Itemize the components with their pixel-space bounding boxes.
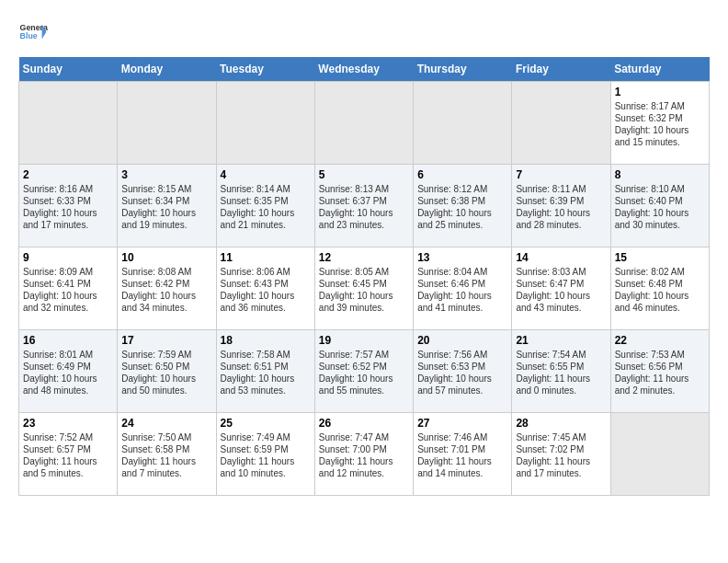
day-cell: 11Sunrise: 8:06 AM Sunset: 6:43 PM Dayli…	[216, 247, 314, 330]
day-info: Sunrise: 8:09 AM Sunset: 6:41 PM Dayligh…	[23, 266, 113, 314]
header: General Blue	[18, 18, 710, 48]
day-info: Sunrise: 8:02 AM Sunset: 6:48 PM Dayligh…	[615, 266, 705, 314]
day-cell: 21Sunrise: 7:54 AM Sunset: 6:55 PM Dayli…	[512, 330, 610, 413]
day-info: Sunrise: 7:52 AM Sunset: 6:57 PM Dayligh…	[23, 431, 113, 479]
day-info: Sunrise: 8:16 AM Sunset: 6:33 PM Dayligh…	[23, 183, 113, 231]
week-row-2: 9Sunrise: 8:09 AM Sunset: 6:41 PM Daylig…	[19, 247, 710, 330]
day-number: 26	[319, 417, 409, 430]
day-cell: 7Sunrise: 8:11 AM Sunset: 6:39 PM Daylig…	[512, 165, 610, 247]
day-cell: 6Sunrise: 8:12 AM Sunset: 6:38 PM Daylig…	[414, 165, 512, 247]
day-info: Sunrise: 8:11 AM Sunset: 6:39 PM Dayligh…	[516, 183, 606, 231]
day-cell	[19, 82, 118, 165]
header-day-sunday: Sunday	[19, 57, 118, 82]
day-number: 10	[121, 251, 211, 264]
calendar-header: SundayMondayTuesdayWednesdayThursdayFrid…	[19, 57, 710, 82]
day-info: Sunrise: 7:58 AM Sunset: 6:51 PM Dayligh…	[221, 349, 311, 396]
day-info: Sunrise: 7:56 AM Sunset: 6:53 PM Dayligh…	[417, 349, 507, 396]
day-number: 5	[319, 168, 409, 181]
day-info: Sunrise: 7:49 AM Sunset: 6:59 PM Dayligh…	[221, 431, 311, 479]
header-day-thursday: Thursday	[414, 57, 512, 82]
day-info: Sunrise: 8:05 AM Sunset: 6:45 PM Dayligh…	[319, 266, 409, 314]
day-cell: 14Sunrise: 8:03 AM Sunset: 6:47 PM Dayli…	[512, 247, 610, 330]
day-number: 25	[221, 417, 311, 430]
day-number: 22	[615, 334, 705, 347]
day-cell: 1Sunrise: 8:17 AM Sunset: 6:32 PM Daylig…	[610, 82, 709, 165]
day-info: Sunrise: 8:13 AM Sunset: 6:37 PM Dayligh…	[319, 183, 409, 231]
day-cell: 15Sunrise: 8:02 AM Sunset: 6:48 PM Dayli…	[610, 247, 709, 330]
day-cell: 9Sunrise: 8:09 AM Sunset: 6:41 PM Daylig…	[19, 247, 118, 330]
day-info: Sunrise: 7:54 AM Sunset: 6:55 PM Dayligh…	[516, 349, 606, 396]
day-info: Sunrise: 7:59 AM Sunset: 6:50 PM Dayligh…	[121, 349, 211, 396]
day-cell: 12Sunrise: 8:05 AM Sunset: 6:45 PM Dayli…	[314, 247, 413, 330]
day-cell: 23Sunrise: 7:52 AM Sunset: 6:57 PM Dayli…	[19, 413, 118, 496]
day-number: 15	[615, 251, 705, 264]
header-day-wednesday: Wednesday	[314, 57, 413, 82]
day-info: Sunrise: 7:47 AM Sunset: 7:00 PM Dayligh…	[319, 431, 409, 479]
calendar-body: 1Sunrise: 8:17 AM Sunset: 6:32 PM Daylig…	[19, 82, 710, 496]
day-number: 8	[615, 168, 705, 181]
day-info: Sunrise: 8:15 AM Sunset: 6:34 PM Dayligh…	[121, 183, 211, 231]
week-row-1: 2Sunrise: 8:16 AM Sunset: 6:33 PM Daylig…	[19, 165, 710, 247]
day-cell	[610, 413, 709, 496]
day-number: 12	[319, 251, 409, 264]
day-cell: 10Sunrise: 8:08 AM Sunset: 6:42 PM Dayli…	[118, 247, 216, 330]
day-number: 27	[417, 417, 507, 430]
logo-icon: General Blue	[18, 18, 48, 48]
day-number: 23	[23, 417, 113, 430]
day-number: 7	[516, 168, 606, 181]
day-cell	[216, 82, 314, 165]
day-cell: 28Sunrise: 7:45 AM Sunset: 7:02 PM Dayli…	[512, 413, 610, 496]
day-info: Sunrise: 8:04 AM Sunset: 6:46 PM Dayligh…	[417, 266, 507, 314]
day-number: 2	[23, 168, 113, 181]
day-cell: 27Sunrise: 7:46 AM Sunset: 7:01 PM Dayli…	[414, 413, 512, 496]
calendar-table: SundayMondayTuesdayWednesdayThursdayFrid…	[18, 57, 710, 496]
week-row-3: 16Sunrise: 8:01 AM Sunset: 6:49 PM Dayli…	[19, 330, 710, 413]
day-cell: 18Sunrise: 7:58 AM Sunset: 6:51 PM Dayli…	[216, 330, 314, 413]
day-info: Sunrise: 7:46 AM Sunset: 7:01 PM Dayligh…	[417, 431, 507, 479]
day-cell: 26Sunrise: 7:47 AM Sunset: 7:00 PM Dayli…	[314, 413, 413, 496]
day-cell	[118, 82, 216, 165]
header-day-tuesday: Tuesday	[216, 57, 314, 82]
day-cell: 8Sunrise: 8:10 AM Sunset: 6:40 PM Daylig…	[610, 165, 709, 247]
day-number: 4	[221, 168, 311, 181]
day-number: 14	[516, 251, 606, 264]
day-number: 9	[23, 251, 113, 264]
day-number: 1	[615, 86, 705, 98]
day-cell	[314, 82, 413, 165]
day-number: 18	[221, 334, 311, 347]
day-info: Sunrise: 8:17 AM Sunset: 6:32 PM Dayligh…	[615, 100, 705, 148]
day-number: 3	[121, 168, 211, 181]
day-info: Sunrise: 8:06 AM Sunset: 6:43 PM Dayligh…	[221, 266, 311, 314]
day-info: Sunrise: 7:45 AM Sunset: 7:02 PM Dayligh…	[516, 431, 606, 479]
header-day-friday: Friday	[512, 57, 610, 82]
day-number: 16	[23, 334, 113, 347]
header-day-monday: Monday	[118, 57, 216, 82]
day-number: 11	[221, 251, 311, 264]
day-cell: 24Sunrise: 7:50 AM Sunset: 6:58 PM Dayli…	[118, 413, 216, 496]
logo: General Blue	[18, 18, 48, 48]
day-cell: 25Sunrise: 7:49 AM Sunset: 6:59 PM Dayli…	[216, 413, 314, 496]
day-info: Sunrise: 7:53 AM Sunset: 6:56 PM Dayligh…	[615, 349, 705, 396]
day-info: Sunrise: 8:01 AM Sunset: 6:49 PM Dayligh…	[23, 349, 113, 396]
day-number: 13	[417, 251, 507, 264]
day-number: 21	[516, 334, 606, 347]
day-info: Sunrise: 8:03 AM Sunset: 6:47 PM Dayligh…	[516, 266, 606, 314]
day-info: Sunrise: 8:10 AM Sunset: 6:40 PM Dayligh…	[615, 183, 705, 231]
day-cell: 2Sunrise: 8:16 AM Sunset: 6:33 PM Daylig…	[19, 165, 118, 247]
week-row-4: 23Sunrise: 7:52 AM Sunset: 6:57 PM Dayli…	[19, 413, 710, 496]
day-cell: 4Sunrise: 8:14 AM Sunset: 6:35 PM Daylig…	[216, 165, 314, 247]
day-cell: 3Sunrise: 8:15 AM Sunset: 6:34 PM Daylig…	[118, 165, 216, 247]
week-row-0: 1Sunrise: 8:17 AM Sunset: 6:32 PM Daylig…	[19, 82, 710, 165]
day-number: 19	[319, 334, 409, 347]
day-number: 17	[121, 334, 211, 347]
day-cell: 5Sunrise: 8:13 AM Sunset: 6:37 PM Daylig…	[314, 165, 413, 247]
day-cell: 22Sunrise: 7:53 AM Sunset: 6:56 PM Dayli…	[610, 330, 709, 413]
day-info: Sunrise: 7:57 AM Sunset: 6:52 PM Dayligh…	[319, 349, 409, 396]
day-cell: 16Sunrise: 8:01 AM Sunset: 6:49 PM Dayli…	[19, 330, 118, 413]
day-number: 28	[516, 417, 606, 430]
header-row: SundayMondayTuesdayWednesdayThursdayFrid…	[19, 57, 710, 82]
day-cell: 20Sunrise: 7:56 AM Sunset: 6:53 PM Dayli…	[414, 330, 512, 413]
day-number: 6	[417, 168, 507, 181]
day-info: Sunrise: 8:14 AM Sunset: 6:35 PM Dayligh…	[221, 183, 311, 231]
svg-text:Blue: Blue	[20, 31, 38, 40]
